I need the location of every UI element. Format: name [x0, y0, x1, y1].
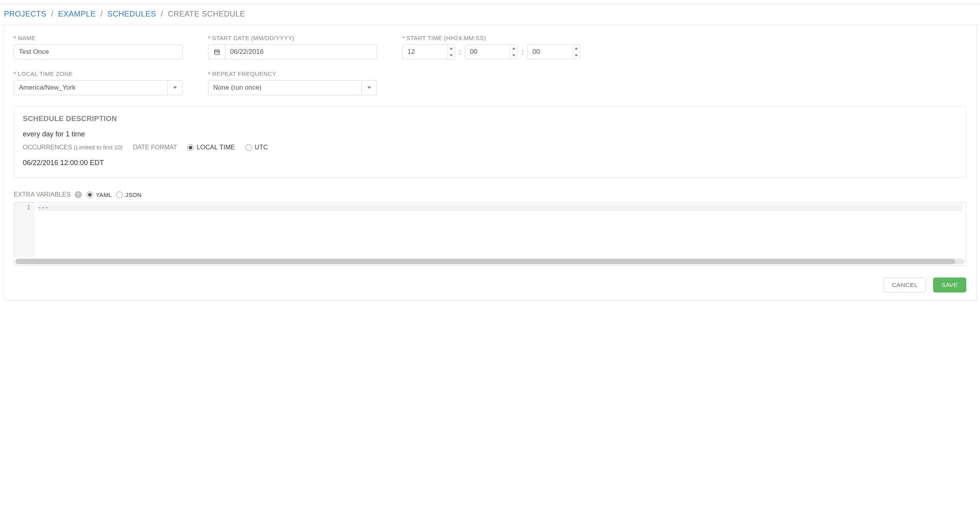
hour-increment[interactable] [448, 45, 455, 52]
code-gutter: 1 [14, 202, 35, 257]
start-date-label: *START DATE (MM/DD/YYYY) [208, 35, 377, 41]
minute-increment[interactable] [510, 45, 517, 52]
date-format-label: DATE FORMAT [133, 144, 177, 151]
time-separator: : [455, 48, 465, 56]
occurrence-line: 06/22/2016 12:00:00 EDT [23, 159, 957, 167]
chevron-down-icon[interactable] [167, 80, 183, 95]
code-content[interactable]: --- [35, 202, 966, 257]
help-icon[interactable]: ? [75, 191, 82, 198]
occurrences-label: OCCURRENCES (Limited to first 10) [23, 144, 123, 151]
date-format-local[interactable]: LOCAL TIME [187, 144, 235, 151]
start-date-input[interactable] [225, 44, 377, 59]
timezone-label: *LOCAL TIME ZONE [14, 70, 183, 77]
start-time-label: *START TIME (HH24:MM:SS) [402, 35, 580, 41]
frequency-value: None (run once) [208, 80, 361, 95]
format-json[interactable]: JSON [116, 191, 142, 198]
calendar-icon[interactable] [208, 44, 225, 59]
second-decrement[interactable] [573, 52, 580, 59]
horizontal-scrollbar[interactable] [15, 259, 965, 264]
svg-rect-4 [215, 52, 216, 53]
format-yaml[interactable]: YAML [87, 191, 112, 198]
second-increment[interactable] [573, 45, 580, 52]
breadcrumb-sep: / [98, 9, 105, 18]
save-button[interactable]: SAVE [933, 278, 966, 292]
description-summary: every day for 1 time [23, 130, 957, 138]
breadcrumb: PROJECTS / EXAMPLE / SCHEDULES / CREATE … [0, 4, 980, 25]
extra-variables-label: EXTRA VARIABLES [14, 191, 71, 198]
cancel-button[interactable]: CANCEL [884, 278, 926, 292]
extra-variables-editor[interactable]: 1 --- [14, 202, 966, 266]
hour-input[interactable] [402, 44, 455, 59]
breadcrumb-sep: / [158, 9, 166, 18]
svg-rect-5 [216, 52, 217, 53]
schedule-description: SCHEDULE DESCRIPTION every day for 1 tim… [14, 106, 966, 178]
timezone-value: America/New_York [14, 80, 167, 95]
create-schedule-panel: *NAME *START DATE (MM/DD/YYYY) [3, 25, 977, 301]
description-title: SCHEDULE DESCRIPTION [23, 114, 957, 123]
breadcrumb-schedules[interactable]: SCHEDULES [107, 9, 156, 18]
date-format-utc[interactable]: UTC [245, 144, 268, 151]
breadcrumb-current: CREATE SCHEDULE [168, 9, 245, 18]
hour-decrement[interactable] [448, 52, 455, 59]
minute-decrement[interactable] [510, 52, 517, 59]
minute-input[interactable] [465, 44, 518, 59]
radio-checked-icon [187, 144, 194, 151]
radio-icon [245, 144, 252, 151]
svg-rect-6 [217, 52, 218, 53]
breadcrumb-example[interactable]: EXAMPLE [58, 9, 96, 18]
svg-rect-0 [214, 50, 219, 54]
breadcrumb-projects[interactable]: PROJECTS [4, 9, 46, 18]
name-label: *NAME [14, 35, 183, 41]
name-input[interactable] [14, 44, 183, 59]
breadcrumb-sep: / [49, 9, 56, 18]
radio-checked-icon [87, 191, 93, 198]
frequency-label: *REPEAT FREQUENCY [208, 70, 377, 77]
second-input[interactable] [527, 44, 580, 59]
radio-icon [116, 191, 123, 198]
time-separator: : [518, 48, 527, 56]
chevron-down-icon[interactable] [361, 80, 377, 95]
frequency-select[interactable]: None (run once) [208, 80, 377, 95]
timezone-select[interactable]: America/New_York [14, 80, 183, 95]
